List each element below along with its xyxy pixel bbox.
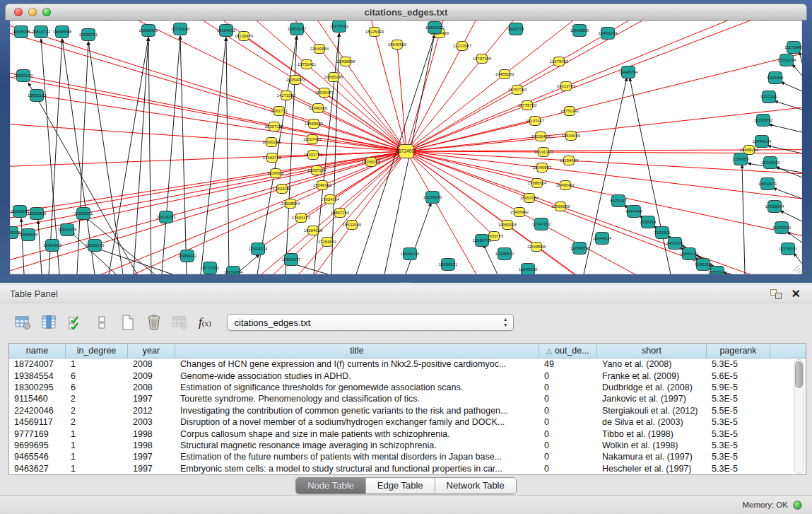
node-label: 16952891 bbox=[74, 211, 93, 216]
memory-status-icon[interactable] bbox=[793, 501, 802, 510]
table-mode-icon[interactable] bbox=[13, 312, 34, 333]
table-cell: de Silva et al. (2003) bbox=[597, 416, 707, 428]
table-cell: 0 bbox=[539, 393, 597, 404]
node-label: 16461231 bbox=[425, 25, 445, 30]
column-header-short[interactable]: short bbox=[597, 344, 707, 358]
node-label: 12747392 bbox=[532, 222, 551, 226]
table-cell: 0 bbox=[539, 440, 597, 451]
table-cell: 5.3E-5 bbox=[707, 416, 770, 428]
node-label: 12213987 bbox=[453, 44, 472, 48]
tab-edge-table[interactable]: Edge Table bbox=[366, 478, 435, 493]
node-label: 13216455 bbox=[531, 134, 551, 139]
show-columns-icon[interactable] bbox=[39, 312, 60, 333]
table-cell: 1998 bbox=[128, 428, 175, 439]
table-cell: 14569117 bbox=[9, 416, 66, 428]
node-label: 17924374 bbox=[249, 247, 268, 251]
column-header-pagerank[interactable]: pagerank bbox=[707, 344, 770, 358]
node-label: 16775201 bbox=[779, 247, 798, 251]
node-label: 20354070 bbox=[286, 78, 305, 82]
table-row[interactable]: 2242004622012Investigating the contribut… bbox=[9, 405, 806, 416]
node-label: 15905175 bbox=[86, 243, 105, 247]
node-label: 11173946 bbox=[784, 45, 802, 49]
table-cell: Genome-wide association studies in ADHD. bbox=[175, 370, 539, 381]
table-cell: 9465546 bbox=[9, 451, 66, 462]
table-cell: 5.3E-5 bbox=[707, 440, 770, 451]
table-cell: Investigating the contribution of common… bbox=[175, 405, 539, 416]
tab-node-table[interactable]: Node Table bbox=[296, 478, 366, 493]
window-titlebar[interactable]: citations_edges.txt bbox=[5, 4, 807, 21]
node-label: 18303772 bbox=[304, 153, 323, 157]
minimize-window-icon[interactable] bbox=[28, 8, 37, 16]
table-row[interactable]: 946554611997Estimation of the future num… bbox=[9, 451, 806, 462]
table-cell: 5.6E-5 bbox=[707, 370, 770, 381]
node-label: 19565683 bbox=[305, 122, 324, 126]
column-header-name[interactable]: name bbox=[9, 344, 66, 358]
node-label: 12048596 bbox=[527, 245, 546, 249]
close-window-icon[interactable] bbox=[14, 8, 23, 16]
close-panel-icon[interactable]: ✕ bbox=[792, 289, 801, 299]
table-row[interactable]: 1456911722003Disruption of a novel membe… bbox=[9, 416, 806, 428]
node-label: 19807294 bbox=[331, 211, 350, 215]
table-row[interactable]: 1938455462009Genome-wide association stu… bbox=[9, 370, 806, 381]
table-cell: Tourette syndrome. Phenomenology and cla… bbox=[175, 393, 539, 404]
table-cell: Corpus callosum shape and size in male p… bbox=[175, 428, 539, 439]
node-label: 16044214 bbox=[593, 236, 612, 240]
node-label: 18957984 bbox=[520, 196, 539, 200]
network-graph[interactable]: 2264058412751411203540701427151293617132… bbox=[10, 21, 802, 274]
node-label: 20016253 bbox=[157, 215, 176, 219]
node-label: 19405568 bbox=[53, 30, 72, 34]
table-row[interactable]: 946362711997Embryonic stem cells: a mode… bbox=[9, 463, 806, 474]
table-row[interactable]: 1830029562008Estimation of significance … bbox=[9, 382, 806, 393]
table-cell: 6 bbox=[66, 382, 128, 393]
network-canvas[interactable]: 2264058412751411203540701427151293617132… bbox=[10, 21, 802, 274]
table-cell: 9699695 bbox=[9, 440, 66, 451]
node-label: 12751411 bbox=[298, 62, 317, 66]
column-header-year[interactable]: year bbox=[128, 344, 175, 358]
node-label: 16904210 bbox=[401, 252, 420, 256]
node-label: 18164032 bbox=[217, 28, 236, 33]
table-header-row: namein_degreeyeartitle△out_de...shortpag… bbox=[9, 344, 806, 358]
node-label: 12940906 bbox=[309, 106, 328, 110]
table-cell: 1 bbox=[66, 451, 128, 462]
column-header-out_de[interactable]: △out_de... bbox=[539, 344, 597, 358]
node-label: 11544049 bbox=[562, 134, 581, 138]
node-label: 12093832 bbox=[754, 118, 773, 122]
scrollbar-thumb[interactable] bbox=[795, 361, 803, 388]
table-row[interactable]: 1872400712008Changes of HCN gene express… bbox=[9, 358, 806, 370]
table-cell: 2 bbox=[66, 405, 128, 416]
table-cell: 19384554 bbox=[9, 370, 66, 381]
delete-table-icon[interactable] bbox=[170, 312, 191, 333]
canvas-resize-grip[interactable] bbox=[793, 265, 801, 273]
node-label: 22640584 bbox=[310, 47, 329, 51]
table-cell: 2009 bbox=[128, 370, 175, 381]
table-cell: Estimation of significance thresholds fo… bbox=[175, 382, 539, 393]
node-label: 16757710 bbox=[508, 88, 527, 92]
function-builder-icon[interactable]: f(x) bbox=[199, 315, 211, 329]
row-height-icon[interactable] bbox=[91, 312, 112, 333]
node-label: 10797349 bbox=[473, 57, 492, 61]
node-label: 16751341 bbox=[560, 109, 579, 113]
float-panel-icon[interactable] bbox=[770, 289, 782, 299]
create-column-icon[interactable] bbox=[117, 312, 139, 333]
table-row[interactable]: 969969511998Structural magnetic resonanc… bbox=[9, 440, 806, 451]
column-header-title[interactable]: title bbox=[175, 344, 539, 358]
zoom-window-icon[interactable] bbox=[42, 8, 51, 16]
table-cell: 0 bbox=[539, 370, 597, 381]
table-cell: 9463627 bbox=[9, 463, 66, 474]
node-label: 18125439 bbox=[365, 30, 384, 34]
table-row[interactable]: 977716911998Corpus callosum shape and si… bbox=[9, 428, 806, 439]
delete-column-icon[interactable] bbox=[143, 312, 165, 333]
vertical-scrollbar[interactable] bbox=[794, 359, 804, 474]
table-row[interactable]: 911546021997Tourette syndrome. Phenomeno… bbox=[9, 393, 806, 404]
tab-network-table[interactable]: Network Table bbox=[435, 478, 516, 493]
table-cell: 18300295 bbox=[9, 382, 66, 393]
node-label: 19528954 bbox=[281, 201, 300, 206]
node-label: 9245012 bbox=[695, 262, 712, 267]
table-selector-dropdown[interactable]: citations_edges.txt ▲▼ bbox=[227, 314, 514, 331]
node-label: 9643774 bbox=[507, 27, 524, 31]
column-header-in_degree[interactable]: in_degree bbox=[66, 344, 128, 358]
node-label: 19613793 bbox=[557, 84, 576, 88]
table-cell: 2 bbox=[66, 416, 128, 428]
table-cell: Wolkin et al. (1998) bbox=[597, 440, 707, 451]
select-columns-icon[interactable] bbox=[65, 312, 86, 333]
